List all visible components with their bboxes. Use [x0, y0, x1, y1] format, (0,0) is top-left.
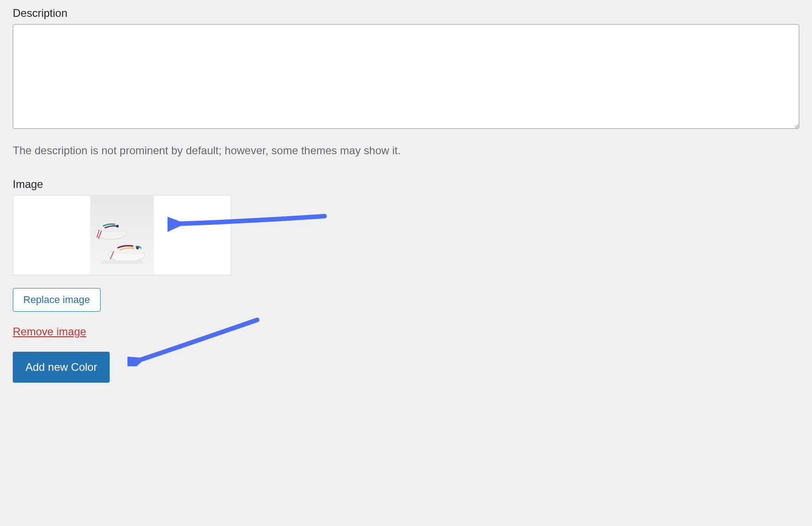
- description-field-group: Description The description is not promi…: [13, 7, 799, 157]
- description-label: Description: [13, 7, 799, 20]
- image-preview-box: [13, 195, 231, 275]
- svg-point-1: [116, 225, 119, 228]
- remove-image-link[interactable]: Remove image: [13, 325, 86, 338]
- svg-point-3: [136, 247, 139, 249]
- image-label: Image: [13, 178, 799, 191]
- replace-image-button[interactable]: Replace image: [13, 288, 101, 312]
- description-help-text: The description is not prominent by defa…: [13, 144, 799, 157]
- sneaker-image-icon: [92, 206, 152, 265]
- svg-rect-4: [102, 260, 142, 264]
- add-new-color-button[interactable]: Add new Color: [13, 352, 110, 383]
- product-thumbnail[interactable]: [90, 196, 154, 275]
- description-textarea[interactable]: [13, 24, 799, 129]
- image-field-group: Image: [13, 178, 799, 383]
